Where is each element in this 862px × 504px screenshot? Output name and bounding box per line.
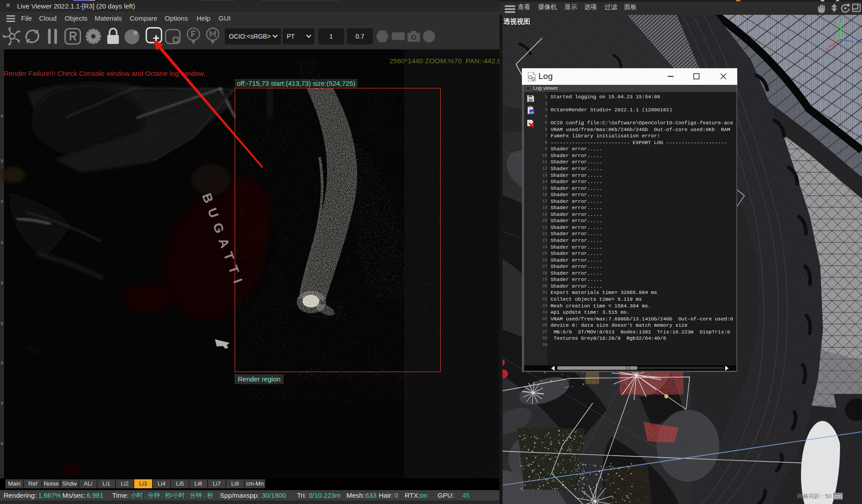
svg-text:X: X (825, 47, 829, 53)
svg-text:Y: Y (840, 16, 843, 22)
svg-text:Z: Z (855, 39, 858, 45)
